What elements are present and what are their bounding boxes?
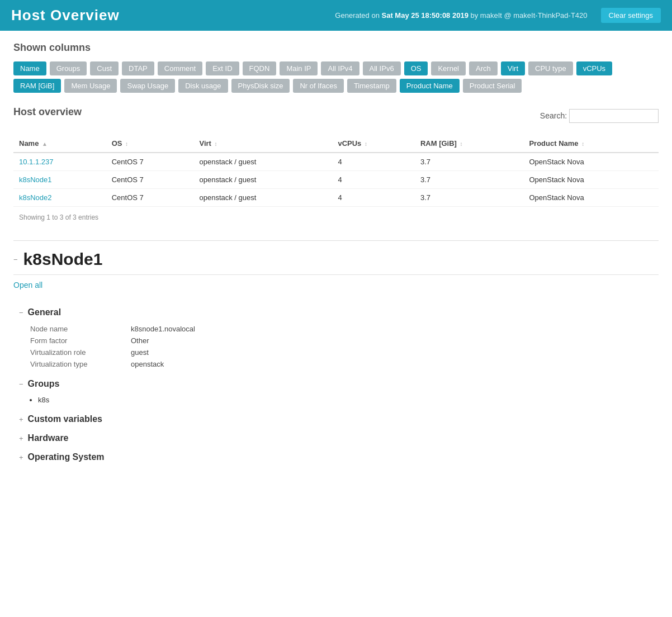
table-col-os[interactable]: OS ↕: [106, 135, 194, 153]
col-badge-dtap[interactable]: DTAP: [122, 61, 154, 75]
shown-columns-section: Shown columns NameGroupsCustDTAPCommentE…: [13, 42, 659, 93]
hardware-section: + Hardware: [19, 433, 659, 443]
main-content: Shown columns NameGroupsCustDTAPCommentE…: [0, 31, 672, 473]
custom-variables-expand-icon[interactable]: +: [19, 415, 23, 424]
header-right: Generated on Sat May 25 18:50:08 2019 by…: [335, 8, 661, 23]
open-all-link[interactable]: Open all: [13, 281, 42, 289]
os-title: Operating System: [28, 452, 105, 462]
shown-columns-title: Shown columns: [13, 42, 659, 54]
table-header-row: Name ▲OS ↕Virt ↕vCPUs ↕RAM [GiB] ↕Produc…: [13, 135, 659, 153]
generated-label: Generated on: [335, 11, 380, 20]
col-badge-ext-id[interactable]: Ext ID: [206, 61, 239, 75]
col-badge-product-name[interactable]: Product Name: [400, 79, 460, 93]
sort-icon: ↕: [460, 141, 463, 147]
general-props-table: Node namek8snode1.novalocalForm factorOt…: [30, 323, 206, 370]
col-badge-groups[interactable]: Groups: [50, 61, 87, 75]
col-badge-timestamp[interactable]: Timestamp: [347, 79, 396, 93]
col-badge-main-ip[interactable]: Main IP: [280, 61, 318, 75]
col-badge-vcpus[interactable]: vCPUs: [576, 61, 612, 75]
sort-icon: ↕: [581, 141, 584, 147]
prop-key: Node name: [30, 323, 131, 335]
row-name-link[interactable]: k8sNode2: [13, 189, 106, 207]
row-cell: 4: [332, 189, 415, 207]
table-body: 10.1.1.237CentOS 7openstack / guest43.7O…: [13, 153, 659, 207]
prop-value: Other: [131, 335, 206, 347]
col-badge-arch[interactable]: Arch: [469, 61, 498, 75]
sort-icon: ↕: [125, 141, 128, 147]
page-title: Host Overview: [11, 7, 120, 24]
col-badge-name[interactable]: Name: [13, 61, 46, 75]
generated-datetime: Sat May 25 18:50:08 2019: [382, 11, 468, 20]
general-collapse-icon[interactable]: −: [19, 308, 23, 317]
host-overview-title: Host overview: [13, 106, 82, 118]
col-badge-kernel[interactable]: Kernel: [431, 61, 466, 75]
col-badge-virt[interactable]: Virt: [501, 61, 525, 75]
sort-icon: ↕: [365, 141, 367, 147]
header-meta: Generated on Sat May 25 18:50:08 2019 by…: [335, 11, 587, 20]
prop-row: Node namek8snode1.novalocal: [30, 323, 206, 335]
table-col-vcpus[interactable]: vCPUs ↕: [332, 135, 415, 153]
row-cell: 4: [332, 153, 415, 171]
table-col-name[interactable]: Name ▲: [13, 135, 106, 153]
col-badge-os[interactable]: OS: [404, 61, 428, 75]
col-badge-disk-usage[interactable]: Disk usage: [178, 79, 228, 93]
col-badge-cpu-type[interactable]: CPU type: [528, 61, 573, 75]
row-cell: OpenStack Nova: [523, 153, 659, 171]
hardware-title: Hardware: [28, 433, 69, 443]
prop-value: k8snode1.novalocal: [131, 323, 206, 335]
node-name: k8sNode1: [23, 250, 103, 269]
col-badge-all-ipv6[interactable]: All IPv6: [363, 61, 401, 75]
table-col-product-name[interactable]: Product Name ↕: [523, 135, 659, 153]
table-col-ram-[gib][interactable]: RAM [GiB] ↕: [415, 135, 523, 153]
table-row: k8sNode1CentOS 7openstack / guest43.7Ope…: [13, 171, 659, 189]
row-cell: CentOS 7: [106, 153, 194, 171]
node-title-row: − k8sNode1: [13, 250, 659, 269]
row-cell: openstack / guest: [193, 153, 332, 171]
search-input[interactable]: [569, 109, 659, 123]
col-badge-fqdn[interactable]: FQDN: [243, 61, 277, 75]
groups-collapse-icon[interactable]: −: [19, 380, 23, 388]
columns-badges-group: NameGroupsCustDTAPCommentExt IDFQDNMain …: [13, 61, 659, 93]
table-row: 10.1.1.237CentOS 7openstack / guest43.7O…: [13, 153, 659, 171]
col-badge-ram-gib[interactable]: RAM [GiB]: [13, 79, 61, 93]
os-expand-icon[interactable]: +: [19, 453, 23, 462]
node-collapse-icon[interactable]: −: [13, 255, 18, 264]
row-name-link[interactable]: 10.1.1.237: [13, 153, 106, 171]
col-badge-physdisk-size[interactable]: PhysDisk size: [231, 79, 290, 93]
prop-key: Virtualization type: [30, 358, 131, 370]
col-badge-all-ipv4[interactable]: All IPv4: [321, 61, 359, 75]
showing-entries: Showing 1 to 3 of 3 entries: [13, 211, 659, 224]
col-badge-comment[interactable]: Comment: [158, 61, 202, 75]
row-cell: 3.7: [415, 189, 523, 207]
prop-key: Form factor: [30, 335, 131, 347]
row-cell: 4: [332, 171, 415, 189]
table-header: Name ▲OS ↕Virt ↕vCPUs ↕RAM [GiB] ↕Produc…: [13, 135, 659, 153]
general-title: General: [28, 307, 61, 317]
table-col-virt[interactable]: Virt ↕: [193, 135, 332, 153]
row-cell: CentOS 7: [106, 171, 194, 189]
row-cell: 3.7: [415, 171, 523, 189]
node-detail-section: − k8sNode1 Open all − General Node namek…: [13, 240, 659, 462]
row-cell: openstack / guest: [193, 189, 332, 207]
custom-variables-title: Custom variables: [28, 414, 102, 424]
hardware-expand-icon[interactable]: +: [19, 434, 23, 443]
sort-icon: ▲: [42, 141, 48, 147]
col-badge-swap-usage[interactable]: Swap Usage: [120, 79, 175, 93]
groups-list: k8s: [38, 395, 659, 405]
prop-value: openstack: [131, 358, 206, 370]
table-row: k8sNode2CentOS 7openstack / guest43.7Ope…: [13, 189, 659, 207]
col-badge-product-serial[interactable]: Product Serial: [463, 79, 522, 93]
clear-settings-button[interactable]: Clear settings: [601, 8, 661, 23]
row-name-link[interactable]: k8sNode1: [13, 171, 106, 189]
row-cell: CentOS 7: [106, 189, 194, 207]
col-badge-cust[interactable]: Cust: [90, 61, 119, 75]
generated-by: by makeIt @ makeIt-ThinkPad-T420: [471, 11, 588, 20]
node-divider: [13, 274, 659, 275]
col-badge-nr-ifaces[interactable]: Nr of Ifaces: [293, 79, 343, 93]
prop-key: Virtualization role: [30, 347, 131, 358]
row-cell: OpenStack Nova: [523, 171, 659, 189]
operating-system-section: + Operating System: [19, 452, 659, 462]
general-header: − General: [19, 307, 659, 317]
prop-row: Form factorOther: [30, 335, 206, 347]
col-badge-mem-usage[interactable]: Mem Usage: [64, 79, 117, 93]
